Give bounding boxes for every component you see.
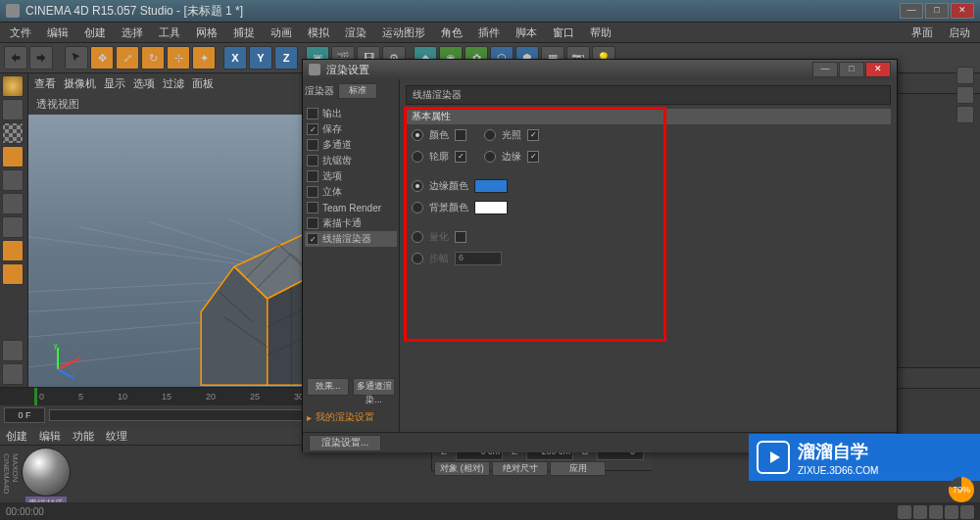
checkbox[interactable]: ✓ — [307, 123, 318, 135]
minimize-button[interactable]: — — [900, 3, 923, 19]
tray-icon[interactable] — [898, 505, 911, 519]
viewport-menu-item[interactable]: 显示 — [104, 76, 125, 91]
mm-menu-item[interactable]: 纹理 — [106, 429, 127, 444]
dialog-minimize[interactable]: — — [812, 62, 838, 77]
checkbox[interactable] — [307, 202, 318, 213]
radio-light[interactable] — [484, 129, 496, 141]
z-lock[interactable]: Z — [274, 46, 298, 70]
rp-filter-icon[interactable] — [956, 86, 974, 104]
maximize-button[interactable]: □ — [925, 3, 949, 19]
select-tool[interactable] — [65, 46, 88, 70]
checkbox[interactable] — [307, 217, 318, 229]
x-lock[interactable]: X — [223, 46, 247, 70]
menu-item[interactable]: 网格 — [190, 24, 223, 42]
menu-item[interactable]: 插件 — [472, 24, 506, 42]
make-editable[interactable] — [2, 75, 24, 97]
menu-item[interactable]: 脚本 — [510, 24, 543, 42]
menu-item[interactable]: 文件 — [4, 24, 37, 42]
tl-start[interactable]: 0 F — [4, 407, 45, 423]
menu-item[interactable]: 角色 — [435, 24, 468, 42]
scale-tool[interactable]: ⤢ — [116, 46, 139, 70]
chk-color[interactable] — [455, 129, 466, 141]
checkbox[interactable]: ✓ — [307, 233, 318, 245]
rp-search-icon[interactable] — [956, 67, 974, 84]
mm-menu-item[interactable]: 编辑 — [39, 429, 61, 444]
viewport-menu-item[interactable]: 查看 — [34, 76, 56, 91]
rotate-tool[interactable]: ↻ — [141, 46, 165, 70]
viewport-menu-item[interactable]: 摄像机 — [64, 76, 96, 91]
mm-menu-item[interactable]: 创建 — [6, 429, 27, 444]
menu-item[interactable]: 工具 — [153, 24, 186, 42]
close-button[interactable]: ✕ — [951, 3, 974, 19]
multipass-button[interactable]: 多通道渲染... — [353, 378, 395, 396]
chk-light[interactable]: ✓ — [527, 129, 539, 141]
move-tool[interactable]: ✥ — [90, 46, 114, 70]
menu-item[interactable]: 窗口 — [547, 24, 580, 42]
point-mode[interactable] — [2, 169, 24, 191]
texture-mode[interactable] — [2, 122, 24, 144]
tray-icon[interactable] — [960, 505, 974, 519]
render-option-保存[interactable]: ✓保存 — [305, 121, 397, 137]
coord-mode-2[interactable]: 绝对尺寸 — [492, 461, 548, 476]
radio-bgcolor[interactable] — [412, 202, 423, 213]
edge-color-swatch[interactable] — [474, 179, 508, 193]
snap-settings[interactable] — [2, 363, 24, 385]
menu-item[interactable]: 创建 — [78, 24, 112, 42]
material-preview[interactable] — [22, 448, 71, 496]
render-option-线描渲染器[interactable]: ✓线描渲染器 — [305, 231, 397, 247]
radio-outline[interactable] — [412, 151, 423, 163]
menu-item[interactable]: 编辑 — [41, 24, 74, 42]
menu-item[interactable]: 模拟 — [302, 24, 335, 42]
y-lock[interactable]: Y — [249, 46, 272, 70]
timeline-playhead[interactable] — [34, 388, 37, 405]
menu-item[interactable]: 运动图形 — [376, 24, 431, 42]
render-option-Team Render[interactable]: Team Render — [305, 200, 397, 215]
dialog-maximize[interactable]: □ — [839, 62, 864, 77]
dialog-close[interactable]: ✕ — [865, 62, 891, 77]
viewport-menu-item[interactable]: 面板 — [192, 76, 214, 91]
undo-button[interactable] — [4, 46, 27, 70]
radio-edge[interactable] — [484, 151, 496, 163]
menu-item[interactable]: 动画 — [265, 24, 298, 42]
menu-item[interactable]: 渲染 — [339, 24, 372, 42]
checkbox[interactable] — [307, 139, 318, 151]
render-option-素描卡通[interactable]: 素描卡通 — [305, 215, 397, 231]
edge-mode[interactable] — [2, 193, 24, 214]
radio-color[interactable] — [412, 129, 423, 141]
last-tool[interactable]: ⊹ — [167, 46, 190, 70]
bg-color-swatch[interactable] — [474, 201, 508, 214]
checkbox[interactable] — [307, 155, 318, 166]
render-option-输出[interactable]: 输出 — [305, 106, 397, 121]
menu-item[interactable]: 选择 — [116, 24, 149, 42]
render-option-抗锯齿[interactable]: 抗锯齿 — [305, 153, 397, 168]
viewport-menu-item[interactable]: 选项 — [133, 76, 155, 91]
tool-5[interactable]: ✦ — [192, 46, 216, 70]
poly-mode[interactable] — [2, 216, 24, 238]
chk-outline[interactable]: ✓ — [455, 151, 466, 163]
rp-misc-icon[interactable] — [956, 106, 974, 123]
tray-icon[interactable] — [945, 505, 958, 519]
mm-menu-item[interactable]: 功能 — [73, 429, 94, 444]
render-settings-menu[interactable]: 渲染设置... — [309, 435, 381, 451]
menu-item[interactable]: 启动 — [943, 24, 976, 42]
coord-mode-1[interactable]: 对象 (相对) — [434, 461, 490, 476]
viewport-menu-item[interactable]: 过滤 — [163, 76, 184, 91]
axis-mode[interactable] — [2, 240, 24, 261]
tweak-mode[interactable] — [2, 263, 24, 285]
tray-icon[interactable] — [913, 505, 927, 519]
checkbox[interactable] — [307, 108, 318, 119]
menu-item[interactable]: 帮助 — [584, 24, 617, 42]
chk-edge[interactable]: ✓ — [527, 151, 539, 163]
tray-icon[interactable] — [929, 505, 943, 519]
checkbox[interactable] — [307, 186, 318, 198]
radio-edgecolor[interactable] — [412, 180, 423, 192]
dialog-titlebar[interactable]: 渲染设置 — □ ✕ — [303, 60, 897, 79]
model-mode[interactable] — [2, 99, 24, 120]
redo-button[interactable] — [29, 46, 53, 70]
snap-toggle[interactable] — [2, 340, 24, 361]
renderer-select[interactable]: 标准 — [338, 83, 377, 99]
render-option-选项[interactable]: 选项 — [305, 168, 397, 184]
workplane-mode[interactable] — [2, 146, 24, 167]
axis-gizmo[interactable]: x y z — [48, 340, 87, 379]
coord-apply[interactable]: 应用 — [550, 461, 606, 476]
